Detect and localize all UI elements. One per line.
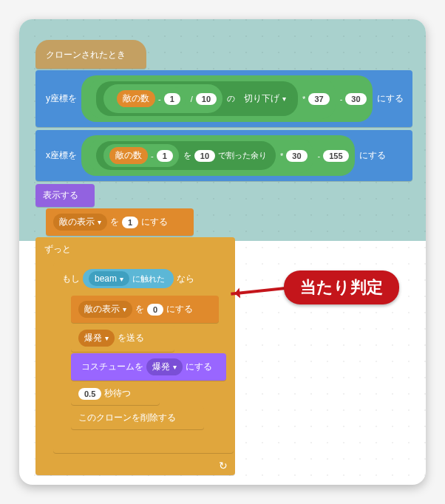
costume-dropdown[interactable]: 爆発 ▾ xyxy=(146,358,183,375)
wait-suffix: 秒待つ xyxy=(101,387,134,400)
touching-reporter[interactable]: beam ▾ に触れた xyxy=(83,269,174,288)
chevron-down-icon: ▾ xyxy=(105,334,109,342)
modlabel: で割った余り xyxy=(215,150,270,161)
hat-label: クローンされたとき xyxy=(46,49,126,61)
star-sym: * xyxy=(299,95,308,103)
display-var-dropdown-0[interactable]: 敵の表示 ▾ xyxy=(78,301,132,318)
op-multiply-x[interactable]: 敵の数 - 1 を 10 で割った余り * 30 xyxy=(89,138,313,173)
set-display-1-block[interactable]: 敵の表示 ▾ を 1 にする xyxy=(46,208,194,236)
wo-label: を xyxy=(180,150,194,161)
broadcast-suffix: を送る xyxy=(115,332,147,344)
minus-sym-x: - xyxy=(148,151,157,160)
chevron-down-icon: ▾ xyxy=(123,305,126,313)
op-subtract-outer-x[interactable]: 敵の数 - 1 を 10 で割った余り * 30 - 155 xyxy=(81,135,355,176)
minus-sym2: - xyxy=(337,95,346,103)
wo-label2: を xyxy=(107,216,122,228)
if-label: もし xyxy=(62,273,80,285)
wait-val[interactable]: 0.5 xyxy=(78,388,101,400)
num-10-x[interactable]: 10 xyxy=(194,150,215,162)
num-1-y[interactable]: 1 xyxy=(164,93,180,105)
loop-icon: ↻ xyxy=(219,460,228,471)
slash-sym: / xyxy=(188,95,196,103)
costume-suffix: にする xyxy=(183,361,215,373)
if-block[interactable]: もし beam ▾ に触れた なら 敵 xyxy=(53,263,234,453)
op-divide-y[interactable]: 敵の数 - 1 / 10 xyxy=(103,84,222,113)
show-label: 表示する xyxy=(43,189,78,202)
chevron-down-icon: ▾ xyxy=(173,363,177,371)
display-var-label: 敵の表示 xyxy=(59,216,95,228)
chevron-down-icon: ▾ xyxy=(98,218,101,226)
set-y-block[interactable]: y座標を 敵の数 - 1 / 10 の xyxy=(35,70,412,127)
costume-label: 爆発 xyxy=(152,361,170,373)
num-10-y[interactable]: 10 xyxy=(196,93,217,105)
minus-sym: - xyxy=(155,95,164,103)
beam-dropdown[interactable]: beam ▾ xyxy=(89,271,129,286)
if-body: 敵の表示 ▾ を 0 にする 爆発 ▾ を送る xyxy=(53,291,225,432)
display-var-label-0: 敵の表示 xyxy=(84,303,120,316)
chevron-down-icon: ▾ xyxy=(282,95,286,103)
if-foot xyxy=(53,435,234,452)
num-1-disp[interactable]: 1 xyxy=(122,217,138,228)
nisuru-0: にする xyxy=(163,303,196,316)
forever-foot: ↻ xyxy=(35,457,235,474)
op-subtract-outer-y[interactable]: 敵の数 - 1 / 10 の 切り下げ ▾ * xyxy=(81,75,373,122)
chevron-down-icon: ▾ xyxy=(120,275,123,283)
beam-label: beam xyxy=(95,273,117,284)
wait-block[interactable]: 0.5 秒待つ xyxy=(71,382,160,405)
star-sym-x: * xyxy=(277,151,286,160)
var-enemy-count-x[interactable]: 敵の数 xyxy=(109,147,148,164)
set-x-prefix: x座標を xyxy=(43,149,80,162)
costume-prefix: コスチュームを xyxy=(78,361,146,373)
block-stack: クローンされたとき y座標を 敵の数 - 1 / 10 xyxy=(35,40,412,475)
callout-text: 当たり判定 xyxy=(300,278,383,296)
floor-label: 切り下げ xyxy=(244,92,279,105)
var-enemy-count-y[interactable]: 敵の数 xyxy=(117,90,155,107)
set-display-0-block[interactable]: 敵の表示 ▾ を 0 にする xyxy=(71,296,219,323)
set-x-suffix: にする xyxy=(356,149,389,162)
touching-suffix: に触れた xyxy=(129,273,168,285)
num-30[interactable]: 30 xyxy=(345,93,366,105)
nisuru-1: にする xyxy=(138,216,171,228)
floor-dropdown[interactable]: 切り下げ ▾ xyxy=(238,90,292,107)
forever-label: ずっと xyxy=(44,243,71,256)
scratch-canvas: クローンされたとき y座標を 敵の数 - 1 / 10 xyxy=(19,19,426,485)
set-y-prefix: y座標を xyxy=(43,92,80,105)
num-155[interactable]: 155 xyxy=(323,150,348,162)
op-subtract-inner-x[interactable]: 敵の数 - 1 xyxy=(103,144,179,167)
set-x-block[interactable]: x座標を 敵の数 - 1 を 10 で割った余り * 30 xyxy=(35,130,412,181)
when-cloned-hat[interactable]: クローンされたとき xyxy=(35,40,146,69)
broadcast-block[interactable]: 爆発 ▾ を送る xyxy=(71,324,174,352)
wo-label-0: を xyxy=(132,303,147,316)
delete-clone-block[interactable]: このクローンを削除する xyxy=(71,406,204,429)
broadcast-dropdown[interactable]: 爆発 ▾ xyxy=(78,330,115,347)
forever-body: もし beam ▾ に触れた なら 敵 xyxy=(35,259,226,454)
of-label: の xyxy=(224,93,238,104)
minus-sym2-x: - xyxy=(315,151,324,160)
broadcast-label: 爆発 xyxy=(84,332,102,344)
switch-costume-block[interactable]: コスチュームを 爆発 ▾ にする xyxy=(71,353,226,381)
delete-clone-label: このクローンを削除する xyxy=(78,412,176,424)
show-block[interactable]: 表示する xyxy=(35,184,95,207)
display-var-dropdown[interactable]: 敵の表示 ▾ xyxy=(53,214,107,231)
op-subtract-inner-y[interactable]: 敵の数 - 1 xyxy=(111,87,186,110)
set-y-suffix: にする xyxy=(374,92,407,105)
forever-block[interactable]: ずっと もし beam ▾ に触れた なら xyxy=(35,237,235,475)
num-30-x[interactable]: 30 xyxy=(286,150,307,162)
then-label: なら xyxy=(177,273,194,285)
num-37[interactable]: 37 xyxy=(308,93,329,105)
op-multiply-y[interactable]: 敵の数 - 1 / 10 の 切り下げ ▾ * xyxy=(89,78,336,119)
num-0-disp[interactable]: 0 xyxy=(147,304,163,316)
op-floor-y[interactable]: 敵の数 - 1 / 10 の 切り下げ ▾ xyxy=(96,81,298,116)
callout-bubble: 当たり判定 xyxy=(284,270,399,304)
num-1-x[interactable]: 1 xyxy=(157,150,173,162)
op-mod-x[interactable]: 敵の数 - 1 を 10 で割った余り xyxy=(96,141,276,170)
